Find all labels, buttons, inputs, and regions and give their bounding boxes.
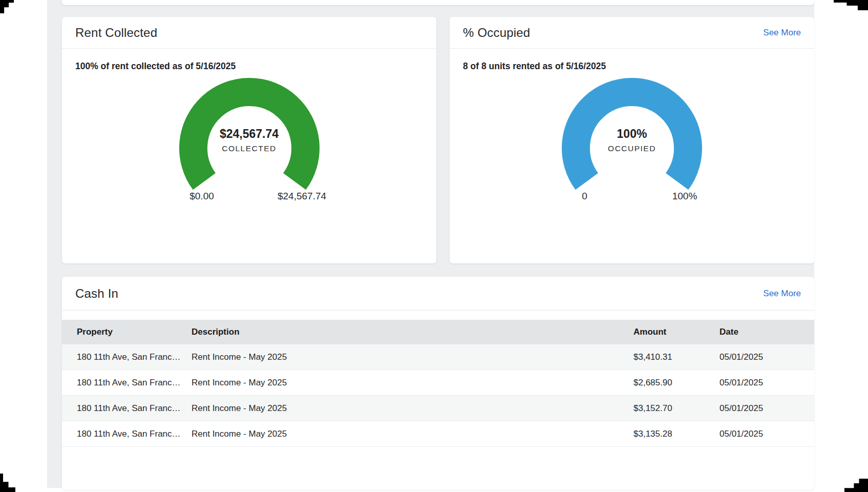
cash-in-see-more-link[interactable]: See More <box>763 289 801 299</box>
cell-property: 180 11th Ave, San Francisco, CA 9... <box>77 378 192 388</box>
occupied-gauge-min-label: 0 <box>550 191 619 202</box>
percent-occupied-card: % Occupied See More 8 of 8 units rented … <box>450 17 814 263</box>
rent-gauge-center-labels: $24,567.74 COLLECTED <box>167 127 331 153</box>
cash-in-title: Cash In <box>75 286 118 301</box>
table-row[interactable]: 180 11th Ave, San Francisco, CA 9... Ren… <box>62 344 814 370</box>
corner-mask-artifact <box>844 479 868 492</box>
occupied-gauge-max-label: 100% <box>646 191 723 202</box>
column-header-date: Date <box>719 327 814 337</box>
column-header-amount: Amount <box>633 327 719 337</box>
cell-amount: $3,410.31 <box>633 352 719 362</box>
rent-gauge-value: $24,567.74 <box>167 127 331 141</box>
percent-occupied-title: % Occupied <box>463 26 530 40</box>
cell-date: 05/01/2025 <box>719 429 814 439</box>
cell-description: Rent Income - May 2025 <box>192 429 633 439</box>
percent-occupied-gauge: 100% OCCUPIED 0 100% <box>550 68 714 207</box>
dashboard-content-area: Rent Collected 100% of rent collected as… <box>47 0 814 488</box>
occupied-gauge-sublabel: OCCUPIED <box>550 144 714 153</box>
cell-date: 05/01/2025 <box>719 378 814 388</box>
cell-amount: $3,152.70 <box>633 403 719 414</box>
rent-collected-card: Rent Collected 100% of rent collected as… <box>62 17 436 263</box>
cell-property: 180 11th Ave, San Francisco, CA 9... <box>77 403 192 414</box>
rent-gauge-max-label: $24,567.74 <box>264 191 341 202</box>
rent-collected-gauge: $24,567.74 COLLECTED $0.00 $24,567.74 <box>167 68 331 207</box>
occupied-gauge-value: 100% <box>550 127 714 141</box>
cash-in-header: Cash In See More <box>62 277 814 311</box>
rent-collected-body: 100% of rent collected as of 5/16/2025 $… <box>62 49 436 207</box>
occupied-see-more-link[interactable]: See More <box>763 28 801 38</box>
cell-property: 180 11th Ave, San Francisco, CA 9... <box>77 429 192 439</box>
cell-description: Rent Income - May 2025 <box>192 403 633 414</box>
cell-amount: $3,135.28 <box>633 429 719 439</box>
cash-in-card: Cash In See More Property Description Am… <box>62 277 814 490</box>
table-row[interactable]: 180 11th Ave, San Francisco, CA 9... Ren… <box>62 396 814 421</box>
rent-collected-title: Rent Collected <box>75 26 157 40</box>
rent-gauge-min-label: $0.00 <box>167 191 237 202</box>
cell-date: 05/01/2025 <box>719 352 814 362</box>
cell-property: 180 11th Ave, San Francisco, CA 9... <box>77 352 192 362</box>
cell-date: 05/01/2025 <box>719 403 814 414</box>
card-above-fragment <box>62 0 814 5</box>
cell-description: Rent Income - May 2025 <box>192 352 633 362</box>
cell-amount: $2,685.90 <box>633 378 719 388</box>
corner-mask-artifact <box>0 474 15 492</box>
cash-in-table: Property Description Amount Date 180 11t… <box>62 320 814 447</box>
cash-in-table-header-row: Property Description Amount Date <box>62 320 814 344</box>
rent-collected-header: Rent Collected <box>62 17 436 49</box>
cell-description: Rent Income - May 2025 <box>192 378 633 388</box>
table-row[interactable]: 180 11th Ave, San Francisco, CA 9... Ren… <box>62 421 814 447</box>
percent-occupied-body: 8 of 8 units rented as of 5/16/2025 100%… <box>450 49 814 207</box>
percent-occupied-header: % Occupied See More <box>450 17 814 49</box>
corner-mask-artifact <box>0 0 23 13</box>
table-row[interactable]: 180 11th Ave, San Francisco, CA 9... Ren… <box>62 370 814 396</box>
column-header-property: Property <box>77 327 192 337</box>
rent-gauge-sublabel: COLLECTED <box>167 144 331 153</box>
corner-mask-artifact <box>834 0 868 10</box>
occupied-gauge-center-labels: 100% OCCUPIED <box>550 127 714 153</box>
column-header-description: Description <box>192 327 633 337</box>
